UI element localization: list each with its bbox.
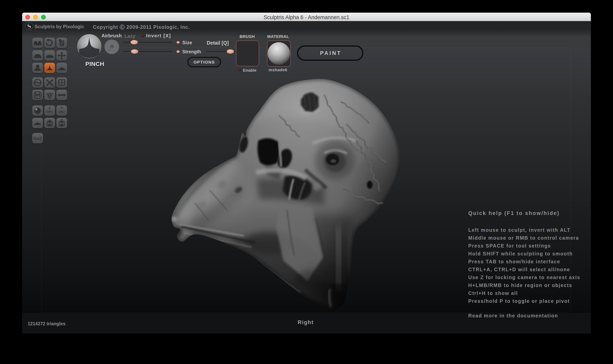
svg-text:OBJ: OBJ — [47, 110, 53, 113]
svg-text:OBJ: OBJ — [59, 110, 65, 113]
svg-text:GoZ: GoZ — [33, 136, 42, 141]
